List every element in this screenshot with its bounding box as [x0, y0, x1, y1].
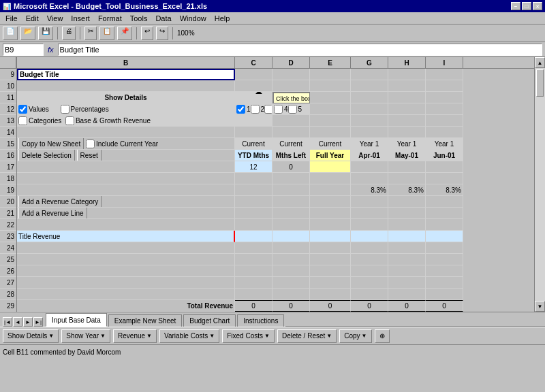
cell-b12[interactable]: Values Percentages [17, 103, 235, 115]
new-btn[interactable]: 📄 [3, 27, 18, 40]
cell-c14[interactable] [235, 127, 272, 138]
cell-b13[interactable]: Categories Base & Growth Revenue [17, 115, 235, 127]
cell-d13[interactable] [272, 115, 310, 127]
cell-e12[interactable] [310, 103, 351, 115]
cell-c18[interactable] [235, 173, 272, 184]
cell-g25[interactable] [351, 254, 388, 265]
revenue-btn[interactable]: Revenue ▼ [113, 329, 157, 343]
redo-btn[interactable]: ↪ [156, 27, 168, 40]
scroll-down-btn[interactable]: ▼ [535, 301, 545, 312]
cell-e18[interactable] [310, 173, 351, 184]
tab-budget-chart[interactable]: Budget Chart [183, 314, 236, 327]
cell-i26[interactable] [426, 265, 463, 277]
cell-h11[interactable] [388, 92, 426, 103]
cell-e29[interactable]: 0 [310, 300, 351, 312]
paste-btn[interactable]: 📌 [117, 27, 132, 40]
cell-i16[interactable]: Jun-01 [426, 150, 463, 161]
cell-d27[interactable] [272, 277, 310, 289]
cell-g29[interactable]: 0 [351, 300, 388, 312]
menu-view[interactable]: View [43, 14, 67, 23]
col-header-g[interactable]: G [351, 57, 388, 68]
name-box[interactable] [3, 44, 44, 56]
cell-g26[interactable] [351, 265, 388, 277]
cell-e24[interactable] [310, 242, 351, 254]
cell-g21[interactable] [351, 208, 388, 219]
formula-input[interactable] [58, 44, 542, 56]
col-header-h[interactable]: H [388, 57, 426, 68]
cell-e25[interactable] [310, 254, 351, 265]
cell-c12[interactable]: 1 2 3 [235, 103, 272, 115]
cell-d28[interactable] [272, 289, 310, 300]
cell-b20[interactable]: Add a Revenue Category [17, 196, 235, 208]
cell-d15[interactable]: Current [272, 138, 310, 150]
cell-g17[interactable] [351, 161, 388, 173]
cell-i29[interactable]: 0 [426, 300, 463, 312]
cell-b21[interactable]: Add a Revenue Line [17, 208, 235, 219]
cell-i9[interactable] [426, 69, 463, 80]
cell-c24[interactable] [235, 242, 272, 254]
col-header-d[interactable]: D [272, 57, 310, 68]
cell-h24[interactable] [388, 242, 426, 254]
cell-e22[interactable] [310, 219, 351, 231]
cell-b29[interactable]: Total Revenue [17, 300, 235, 312]
cell-e13[interactable] [310, 115, 351, 127]
cell-i23[interactable] [426, 231, 463, 242]
close-button[interactable]: × [533, 2, 542, 10]
cell-i28[interactable] [426, 289, 463, 300]
cell-c15[interactable]: Current [235, 138, 272, 150]
base-growth-checkbox[interactable] [65, 116, 74, 125]
cell-c11[interactable] [235, 92, 272, 103]
cell-d19[interactable] [272, 184, 310, 196]
cell-i27[interactable] [426, 277, 463, 289]
cell-g10[interactable] [351, 80, 388, 92]
save-btn[interactable]: 💾 [38, 27, 53, 40]
cell-b10[interactable] [17, 80, 235, 92]
cell-c21[interactable] [235, 208, 272, 219]
cell-c20[interactable] [235, 196, 272, 208]
cell-c23[interactable] [235, 231, 272, 242]
cell-d23[interactable] [272, 231, 310, 242]
cell-g11[interactable] [351, 92, 388, 103]
cb1-label[interactable]: 1 [236, 105, 251, 114]
cell-i21[interactable] [426, 208, 463, 219]
cell-d20[interactable] [272, 196, 310, 208]
cb-2[interactable] [251, 105, 260, 114]
cell-g19[interactable]: 8.3% [351, 184, 388, 196]
cell-h21[interactable] [388, 208, 426, 219]
delete-reset-btn[interactable]: Delete / Reset ▼ [277, 329, 337, 343]
cell-h14[interactable] [388, 127, 426, 138]
cb-5[interactable] [288, 105, 297, 114]
cell-h20[interactable] [388, 196, 426, 208]
cell-e20[interactable] [310, 196, 351, 208]
cell-e27[interactable] [310, 277, 351, 289]
values-checkbox[interactable] [18, 105, 27, 114]
cb-3[interactable] [264, 105, 272, 114]
cell-h12[interactable] [388, 103, 426, 115]
cell-g24[interactable] [351, 242, 388, 254]
cell-h23[interactable] [388, 231, 426, 242]
cell-d29[interactable]: 0 [272, 300, 310, 312]
cell-g22[interactable] [351, 219, 388, 231]
extra-btn[interactable]: ⊕ [375, 329, 390, 343]
tab-scroll-next[interactable]: ► [23, 317, 33, 327]
values-checkbox-label[interactable]: Values [18, 105, 49, 114]
cell-c27[interactable] [235, 277, 272, 289]
cell-b27[interactable] [17, 277, 235, 289]
cell-c9[interactable] [235, 69, 272, 80]
cell-c22[interactable] [235, 219, 272, 231]
cell-i11[interactable] [426, 92, 463, 103]
cell-c19[interactable] [235, 184, 272, 196]
scroll-thumb[interactable] [536, 69, 544, 97]
cell-d18[interactable] [272, 173, 310, 184]
col-header-b[interactable]: B [17, 57, 235, 68]
cell-b11[interactable]: Show Details [17, 92, 235, 103]
add-revenue-line-btn[interactable]: Add a Revenue Line [18, 208, 87, 219]
cell-h18[interactable] [388, 173, 426, 184]
fixed-costs-btn[interactable]: Fixed Costs ▼ [222, 329, 275, 343]
cell-e17[interactable] [310, 161, 351, 173]
cell-h27[interactable] [388, 277, 426, 289]
cell-d16[interactable]: Mths Left [272, 150, 310, 161]
cell-d26[interactable] [272, 265, 310, 277]
cell-d10[interactable] [272, 80, 310, 92]
cell-i18[interactable] [426, 173, 463, 184]
